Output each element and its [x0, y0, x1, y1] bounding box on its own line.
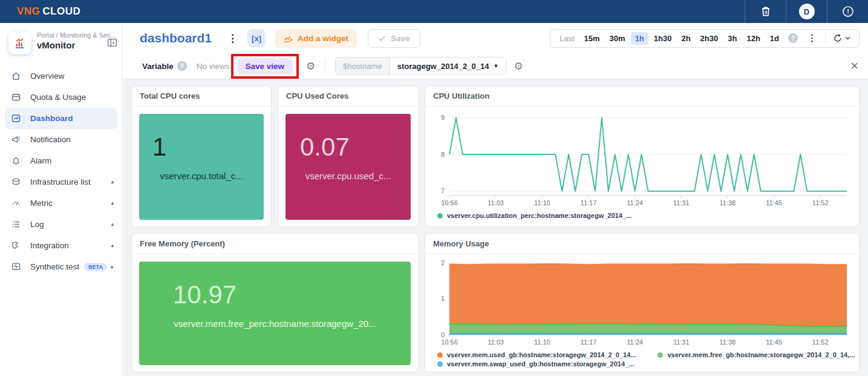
variable-toggle-button[interactable]: [x] — [247, 29, 266, 47]
chevron-up-icon: ▲ — [110, 222, 115, 227]
svg-text:11:17: 11:17 — [581, 199, 597, 206]
sidebar-item-infrastructure-list[interactable]: Infrastructure list ▲ — [0, 171, 122, 193]
user-menu-button[interactable]: D — [786, 0, 827, 23]
cpu-utilization-chart[interactable]: 78910:5611:0311:1011:1711:2411:3111:3811… — [431, 109, 853, 209]
vngcloud-logo: VNGCLOUD — [17, 5, 80, 18]
metric-caption: vserver.mem.free_perc:hostname:storagegw… — [139, 318, 411, 329]
time-range-selector: Last 15m 30m 1h 1h30 2h 2h30 3h 12h 1d ?… — [550, 29, 860, 48]
metric-caption: vserver.cpu.total_c... — [139, 171, 264, 181]
sidebar-item-label: Quota & Usage — [30, 93, 86, 102]
annotation-highlight-box: Save view — [231, 54, 299, 79]
chevron-up-icon: ▲ — [110, 179, 115, 185]
chevron-up-icon: ▲ — [110, 243, 115, 248]
time-range-1h30[interactable]: 1h30 — [650, 32, 676, 45]
time-range-menu-button[interactable]: ⋮ — [803, 33, 821, 44]
widget-cpu-utilization: CPU Utilization 78910:5611:0311:1011:171… — [425, 85, 860, 227]
dropdown-caret-icon: ▼ — [493, 63, 498, 69]
trash-button[interactable]: 0 — [745, 0, 786, 23]
legend-item: vserver.cpu.utilization_perc:hostname:st… — [437, 212, 631, 219]
svg-text:10:56: 10:56 — [441, 338, 458, 346]
legend-dot — [658, 352, 663, 358]
refresh-button[interactable] — [829, 33, 854, 43]
time-range-1d[interactable]: 1d — [766, 32, 783, 45]
sidebar-item-alarm[interactable]: Alarm — [0, 150, 122, 171]
variable-help-icon[interactable]: ? — [177, 61, 187, 71]
svg-text:0: 0 — [441, 331, 445, 338]
hostname-dropdown[interactable]: storagegw_2014_2_0_14 ▼ — [390, 58, 506, 74]
svg-text:11:24: 11:24 — [627, 199, 643, 206]
time-range-1h[interactable]: 1h — [631, 32, 648, 45]
sidebar-item-metric[interactable]: Metric ▲ — [0, 193, 122, 214]
chevron-up-icon: ▲ — [109, 264, 114, 269]
legend-item: vserver.mem.used_gb:hostname:storagegw_2… — [437, 351, 636, 358]
variable-settings-gear-icon[interactable]: ⚙ — [514, 61, 523, 71]
sidebar-item-overview[interactable]: Overview — [0, 65, 122, 87]
memory-usage-chart[interactable]: 01210:5611:0311:1011:1711:2411:3111:3811… — [431, 257, 853, 349]
sidebar-item-label: Overview — [30, 71, 64, 81]
svg-text:11:45: 11:45 — [766, 338, 782, 346]
time-range-12h[interactable]: 12h — [742, 32, 764, 45]
sidebar-item-notification[interactable]: Notification — [0, 129, 122, 150]
dashboard-menu-button[interactable]: ⋮ — [227, 32, 238, 45]
sidebar-item-label: Infrastructure list — [30, 177, 91, 186]
sidebar-item-label: Synthetic test — [30, 262, 79, 271]
sidebar-item-dashboard[interactable]: Dashboard — [5, 108, 117, 129]
sidebar: Portal / Monitoring & Sec... vMonitor Ov… — [0, 23, 123, 376]
time-range-30m[interactable]: 30m — [605, 32, 630, 45]
widget-title: Total CPU cores — [132, 86, 271, 107]
svg-text:11:38: 11:38 — [720, 199, 736, 206]
value-block: 0.07 vserver.cpu.used_c... — [286, 114, 411, 220]
divider — [825, 33, 826, 44]
widget-title: Memory Usage — [425, 234, 859, 254]
sidebar-collapse-button[interactable] — [107, 38, 117, 50]
legend-dot — [437, 352, 443, 358]
sidebar-item-label: Log — [30, 220, 44, 229]
dashboard-canvas: Total CPU cores 1 vserver.cpu.total_c...… — [123, 79, 868, 376]
beta-badge: BETA — [84, 263, 107, 271]
sidebar-item-integration[interactable]: Integration ▲ — [0, 235, 122, 256]
value-block: 1 vserver.cpu.total_c... — [139, 114, 264, 220]
save-view-button[interactable]: Save view — [237, 58, 293, 74]
legend-item: vserver.mem.free_gb:hostname:storagegw_2… — [658, 351, 855, 358]
time-range-2h[interactable]: 2h — [677, 32, 694, 45]
svg-text:0: 0 — [764, 10, 766, 15]
save-dashboard-button[interactable]: Save — [368, 29, 420, 48]
sidebar-item-synthetic-test[interactable]: Synthetic test BETA ▲ — [0, 256, 122, 277]
top-navbar: VNGCLOUD 0 D ! — [0, 0, 868, 23]
svg-text:11:38: 11:38 — [720, 338, 736, 346]
svg-text:11:03: 11:03 — [488, 338, 504, 346]
home-icon — [11, 71, 22, 82]
add-widget-button[interactable]: Add a widget — [275, 29, 357, 48]
svg-text:11:52: 11:52 — [812, 199, 829, 206]
metric-value: 10.97 — [173, 281, 411, 309]
sidebar-item-label: Dashboard — [30, 114, 73, 123]
widget-title: Free Memory (Percent) — [132, 234, 418, 254]
sidebar-item-quota-usage[interactable]: Quota & Usage — [0, 87, 122, 108]
user-avatar: D — [799, 4, 815, 19]
svg-text:11:31: 11:31 — [673, 338, 690, 346]
svg-text:7: 7 — [441, 187, 445, 194]
svg-text:11:10: 11:10 — [534, 199, 550, 206]
time-range-3h[interactable]: 3h — [723, 32, 741, 45]
widget-title: CPU Used Cores — [278, 86, 418, 107]
time-range-15m[interactable]: 15m — [580, 32, 604, 45]
svg-text:8: 8 — [441, 151, 445, 158]
panel-collapse-icon — [107, 38, 117, 48]
views-settings-gear-icon[interactable]: ⚙ — [306, 61, 315, 71]
sidebar-item-log[interactable]: Log ▲ — [0, 214, 122, 235]
time-range-2h30[interactable]: 2h30 — [696, 32, 723, 45]
server-icon — [11, 177, 22, 188]
chevron-up-icon: ▲ — [110, 200, 115, 206]
sidebar-item-label: Integration — [30, 241, 69, 250]
svg-text:11:45: 11:45 — [766, 199, 782, 206]
variable-label: Variable — [142, 62, 174, 71]
variable-bar: Variable ? No views Save view ⚙ $hostnam… — [123, 53, 868, 79]
alerts-button[interactable]: ! — [827, 0, 868, 23]
close-variable-bar-icon[interactable]: × — [850, 59, 858, 73]
time-range-help-icon[interactable]: ? — [788, 33, 798, 43]
value-block: 10.97 vserver.mem.free_perc:hostname:sto… — [139, 262, 411, 365]
breadcrumb: Portal / Monitoring & Sec... — [37, 31, 116, 39]
svg-text:11:31: 11:31 — [673, 199, 690, 206]
alert-icon: ! — [841, 5, 855, 18]
sidebar-item-label: Alarm — [30, 156, 51, 165]
